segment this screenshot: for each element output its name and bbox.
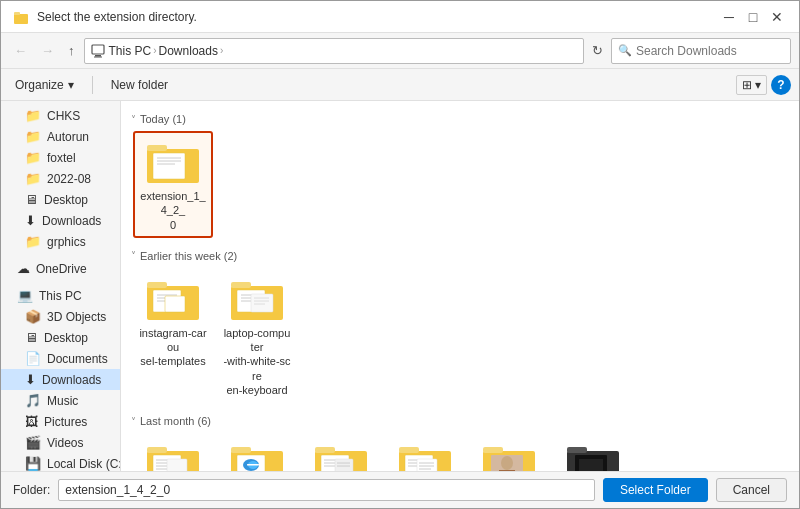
- file-lm1[interactable]: [133, 433, 213, 471]
- main-pane: ˅ Today (1) extension: [121, 101, 799, 471]
- file-lm4[interactable]: [385, 433, 465, 471]
- sidebar-item-desktop[interactable]: 🖥 Desktop: [1, 189, 120, 210]
- address-bar[interactable]: This PC › Downloads ›: [84, 38, 585, 64]
- file-lm6[interactable]: [553, 433, 633, 471]
- disk-icon: 💾: [25, 456, 41, 471]
- sidebar-item-this-pc[interactable]: 💻 This PC: [1, 285, 120, 306]
- chevron-earlier-week[interactable]: ˅: [131, 250, 136, 261]
- section-last-month: ˅ Last month (6): [129, 411, 791, 433]
- folder-icon: 📁: [25, 171, 41, 186]
- folder-icon-wrap: [145, 139, 201, 187]
- cancel-button[interactable]: Cancel: [716, 478, 787, 502]
- svg-rect-6: [147, 145, 167, 151]
- svg-rect-70: [579, 459, 603, 471]
- nav-bar: ← → ↑ This PC › Downloads › ↻ 🔍: [1, 33, 799, 69]
- file-lm3[interactable]: [301, 433, 381, 471]
- svg-rect-3: [95, 55, 101, 57]
- folder-icon-svg: [145, 139, 201, 187]
- sidebar-item-2022-08[interactable]: 📁 2022-08: [1, 168, 120, 189]
- dialog-title: Select the extension directory.: [37, 10, 197, 24]
- breadcrumb: This PC › Downloads ›: [109, 44, 224, 58]
- sidebar-item-downloads2[interactable]: ⬇ Downloads: [1, 369, 120, 390]
- folder-input[interactable]: [58, 479, 595, 501]
- file-label-laptop: laptop-computer-with-white-screen-keyboa…: [223, 326, 291, 397]
- maximize-button[interactable]: □: [743, 7, 763, 27]
- 3dobjects-icon: 📦: [25, 309, 41, 324]
- svg-rect-17: [165, 296, 185, 312]
- documents-icon: 📄: [25, 351, 41, 366]
- svg-rect-41: [247, 464, 259, 466]
- search-input[interactable]: [636, 44, 784, 58]
- title-bar-controls: ─ □ ✕: [719, 7, 787, 27]
- file-label-ext1420: extension_1_4_2_0: [139, 189, 207, 232]
- svg-rect-48: [335, 459, 353, 471]
- sidebar-item-onedrive[interactable]: ☁ OneDrive: [1, 258, 120, 279]
- folder-icon: 📁: [25, 150, 41, 165]
- onedrive-icon: ☁: [17, 261, 30, 276]
- svg-rect-37: [231, 447, 251, 453]
- file-lm2[interactable]: [217, 433, 297, 471]
- content-area: 📁 CHKS 📁 Autorun 📁 foxtel 📁 2022-08 🖥 De…: [1, 101, 799, 471]
- toolbar: Organize ▾ New folder ⊞ ▾ ?: [1, 69, 799, 101]
- view-button[interactable]: ⊞ ▾: [736, 75, 767, 95]
- folder-icon-svg: [145, 276, 201, 324]
- sidebar-item-documents[interactable]: 📄 Documents: [1, 348, 120, 369]
- select-folder-button[interactable]: Select Folder: [603, 478, 708, 502]
- folder-label: Folder:: [13, 483, 50, 497]
- crumb-this-pc[interactable]: This PC: [109, 44, 152, 58]
- computer-icon: 💻: [17, 288, 33, 303]
- back-button[interactable]: ←: [9, 40, 32, 61]
- desktop-icon: 🖥: [25, 192, 38, 207]
- svg-rect-29: [147, 447, 167, 453]
- sidebar-item-local-disk[interactable]: 💾 Local Disk (C:): [1, 453, 120, 471]
- sidebar-item-chks[interactable]: 📁 CHKS: [1, 105, 120, 126]
- chevron-last-month[interactable]: ˅: [131, 416, 136, 427]
- desktop-icon: 🖥: [25, 330, 38, 345]
- file-extension-1420[interactable]: extension_1_4_2_0: [133, 131, 213, 238]
- sidebar-item-desktop2[interactable]: 🖥 Desktop: [1, 327, 120, 348]
- sidebar-item-3dobjects[interactable]: 📦 3D Objects: [1, 306, 120, 327]
- svg-rect-7: [153, 153, 185, 179]
- title-bar: Select the extension directory. ─ □ ✕: [1, 1, 799, 33]
- footer-bar: Folder: Select Folder Cancel: [1, 471, 799, 508]
- sidebar-item-autorun[interactable]: 📁 Autorun: [1, 126, 120, 147]
- file-lm5[interactable]: [469, 433, 549, 471]
- svg-rect-52: [399, 447, 419, 453]
- sidebar-item-foxtel[interactable]: 📁 foxtel: [1, 147, 120, 168]
- file-label-instagram: instagram-carousel-templates: [139, 326, 207, 369]
- new-folder-button[interactable]: New folder: [105, 75, 174, 95]
- music-icon: 🎵: [25, 393, 41, 408]
- folder-icon: 📁: [25, 108, 41, 123]
- pictures-icon: 🖼: [25, 414, 38, 429]
- svg-rect-19: [231, 282, 251, 288]
- folder-icon-wrap: [145, 276, 201, 324]
- svg-rect-35: [167, 459, 187, 471]
- refresh-button[interactable]: ↻: [588, 41, 607, 60]
- help-button[interactable]: ?: [771, 75, 791, 95]
- sidebar-item-pictures[interactable]: 🖼 Pictures: [1, 411, 120, 432]
- close-button[interactable]: ✕: [767, 7, 787, 27]
- download-icon: ⬇: [25, 213, 36, 228]
- svg-rect-0: [14, 14, 28, 24]
- file-instagram[interactable]: instagram-carousel-templates: [133, 268, 213, 403]
- forward-button[interactable]: →: [36, 40, 59, 61]
- sidebar-item-videos[interactable]: 🎬 Videos: [1, 432, 120, 453]
- sidebar-item-grphics[interactable]: 📁 grphics: [1, 231, 120, 252]
- download-icon: ⬇: [25, 372, 36, 387]
- sidebar-item-downloads[interactable]: ⬇ Downloads: [1, 210, 120, 231]
- svg-rect-4: [94, 56, 102, 57]
- svg-rect-2: [92, 45, 104, 54]
- up-button[interactable]: ↑: [63, 40, 80, 61]
- crumb-downloads[interactable]: Downloads: [159, 44, 218, 58]
- search-wrap: 🔍: [611, 38, 791, 64]
- organize-button[interactable]: Organize ▾: [9, 75, 80, 95]
- toolbar-separator: [92, 76, 93, 94]
- minimize-button[interactable]: ─: [719, 7, 739, 27]
- footer-buttons: Select Folder Cancel: [603, 478, 787, 502]
- file-laptop[interactable]: laptop-computer-with-white-screen-keyboa…: [217, 268, 297, 403]
- sidebar-item-music[interactable]: 🎵 Music: [1, 390, 120, 411]
- folder-icon-wrap: [229, 276, 285, 324]
- chevron-today[interactable]: ˅: [131, 114, 136, 125]
- toolbar-right: ⊞ ▾ ?: [736, 75, 791, 95]
- svg-rect-1: [14, 12, 20, 15]
